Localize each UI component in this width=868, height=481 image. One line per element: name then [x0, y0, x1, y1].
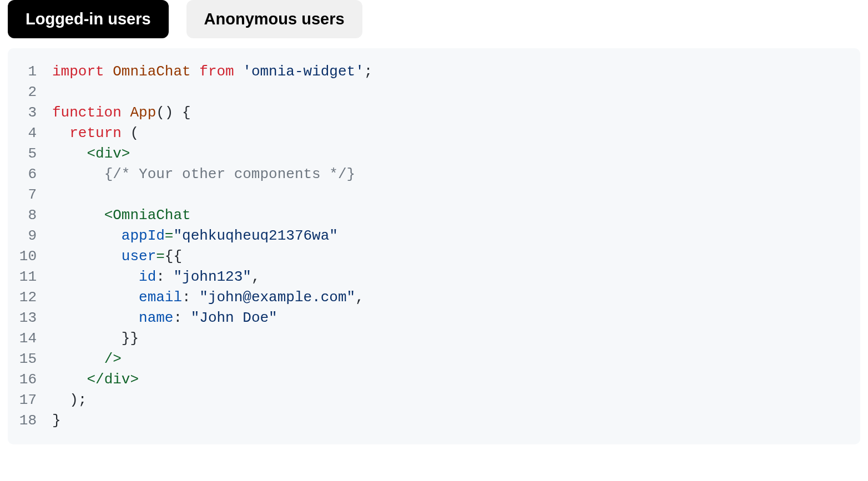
code-line: 16 </div> — [8, 369, 860, 390]
function-name: App — [130, 104, 156, 121]
line-number: 7 — [8, 185, 52, 205]
tag-open: </ — [87, 371, 104, 388]
punct: } — [52, 412, 61, 429]
string-literal: "qehkuqheuq21376wa" — [173, 227, 337, 244]
indent — [52, 371, 87, 388]
tag-close: > — [130, 371, 139, 388]
line-number: 8 — [8, 205, 52, 226]
tag-close: /> — [104, 351, 122, 367]
punct: ; — [364, 63, 373, 80]
tab-anonymous-users[interactable]: Anonymous users — [186, 0, 362, 38]
prop-key: id — [139, 269, 156, 285]
tab-logged-in-users[interactable]: Logged-in users — [8, 0, 169, 38]
code-line: 17 ); — [8, 390, 860, 411]
code-line: 15 /> — [8, 349, 860, 369]
tag-close: > — [122, 145, 130, 162]
colon: : — [156, 269, 173, 285]
indent — [52, 207, 104, 224]
code-line: 13 name: "John Doe" — [8, 308, 860, 328]
attr-name: appId — [122, 227, 165, 244]
code-line: 5 <div> — [8, 144, 860, 164]
line-number: 14 — [8, 328, 52, 349]
indent — [52, 269, 139, 285]
line-number: 11 — [8, 267, 52, 287]
comment: {/* Your other components */} — [104, 166, 355, 183]
indent — [52, 289, 139, 306]
equals: = — [165, 227, 174, 244]
code-line: 6 {/* Your other components */} — [8, 164, 860, 185]
code-line: 9 appId="qehkuqheuq21376wa" — [8, 226, 860, 246]
indent — [52, 330, 122, 347]
prop-key: name — [139, 310, 173, 326]
code-line: 3 function App() { — [8, 103, 860, 123]
code-line: 2 — [8, 82, 860, 103]
comma: , — [355, 289, 364, 306]
keyword-function: function — [52, 104, 122, 121]
code-line: 4 return ( — [8, 123, 860, 144]
indent — [52, 351, 104, 367]
line-number: 17 — [8, 390, 52, 411]
string-literal: 'omnia-widget' — [243, 63, 364, 80]
indent — [52, 248, 122, 265]
keyword-from: from — [199, 63, 234, 80]
comma: , — [251, 269, 260, 285]
punct: ); — [69, 392, 87, 408]
code-line: 11 id: "john123", — [8, 267, 860, 287]
tag-open: < — [87, 145, 95, 162]
line-number: 1 — [8, 62, 52, 82]
keyword-import: import — [52, 63, 104, 80]
line-number: 5 — [8, 144, 52, 164]
braces: }} — [122, 330, 139, 347]
line-number: 13 — [8, 308, 52, 328]
line-number: 15 — [8, 349, 52, 369]
line-number: 6 — [8, 164, 52, 185]
tag-open: < — [104, 207, 113, 224]
tag-name: div — [104, 371, 130, 388]
line-number: 18 — [8, 411, 52, 431]
indent — [52, 392, 69, 408]
identifier: OmniaChat — [113, 63, 190, 80]
code-block: 1 import OmniaChat from 'omnia-widget'; … — [8, 48, 860, 444]
punct: () { — [156, 104, 190, 121]
braces: {{ — [165, 248, 182, 265]
code-line: 8 <OmniaChat — [8, 205, 860, 226]
prop-key: email — [139, 289, 182, 306]
tabs-row: Logged-in users Anonymous users — [0, 0, 868, 38]
line-number: 16 — [8, 369, 52, 390]
indent — [52, 145, 87, 162]
colon: : — [173, 310, 190, 326]
component-name: OmniaChat — [113, 207, 190, 224]
code-line: 7 — [8, 185, 860, 205]
line-number: 12 — [8, 287, 52, 308]
indent — [52, 125, 69, 141]
keyword-return: return — [69, 125, 122, 141]
string-literal: "john@example.com" — [199, 289, 355, 306]
colon: : — [182, 289, 199, 306]
tag-name: div — [95, 145, 122, 162]
line-number: 3 — [8, 103, 52, 123]
code-line: 10 user={{ — [8, 246, 860, 267]
code-line: 1 import OmniaChat from 'omnia-widget'; — [8, 62, 860, 82]
indent — [52, 310, 139, 326]
string-literal: "John Doe" — [191, 310, 277, 326]
line-number: 10 — [8, 246, 52, 267]
string-literal: "john123" — [173, 269, 251, 285]
line-number: 4 — [8, 123, 52, 144]
indent — [52, 227, 122, 244]
indent — [52, 166, 104, 183]
code-line: 14 }} — [8, 328, 860, 349]
code-line: 18 } — [8, 411, 860, 431]
attr-name: user — [122, 248, 156, 265]
line-number: 2 — [8, 82, 52, 103]
line-number: 9 — [8, 226, 52, 246]
code-line: 12 email: "john@example.com", — [8, 287, 860, 308]
equals: = — [156, 248, 165, 265]
punct: ( — [122, 125, 139, 141]
